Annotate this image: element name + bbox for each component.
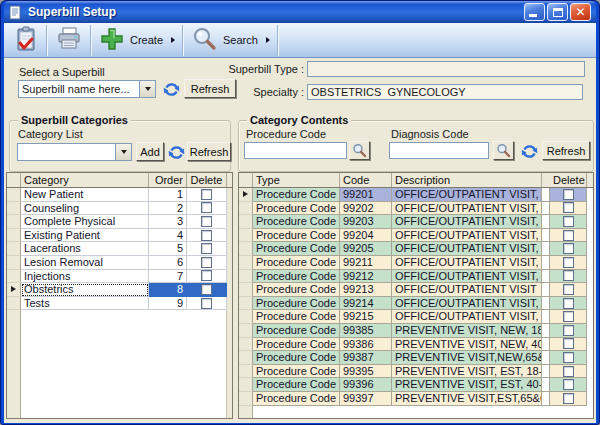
superbill-type-field[interactable] [307, 61, 585, 77]
table-row[interactable]: Procedure Code99213OFFICE/OUTPATIENT VIS… [239, 283, 593, 297]
category-cell[interactable]: Existing Patient [21, 229, 149, 243]
search-button[interactable]: Search [185, 25, 276, 56]
order-cell[interactable]: 7 [149, 270, 187, 284]
row-selector[interactable] [239, 351, 253, 365]
delete-checkbox[interactable] [563, 189, 574, 200]
delete-checkbox[interactable] [201, 257, 212, 268]
description-cell[interactable]: PREVENTIVE VISIT, NEW, 40-64 [392, 338, 542, 352]
delete-checkbox[interactable] [563, 311, 574, 322]
description-cell[interactable]: PREVENTIVE VISIT,NEW,65&OVER [392, 351, 542, 365]
code-cell[interactable]: 99387 [340, 351, 392, 365]
table-row[interactable]: Procedure Code99205OFFICE/OUTPATIENT VIS… [239, 242, 593, 256]
description-cell[interactable]: OFFICE/OUTPATIENT VISIT, NEW [392, 202, 542, 216]
row-selector[interactable] [7, 270, 21, 284]
type-cell[interactable]: Procedure Code [253, 202, 340, 216]
delete-checkbox[interactable] [563, 202, 574, 213]
row-selector[interactable] [239, 242, 253, 256]
order-cell[interactable]: 4 [149, 229, 187, 243]
specialty-field[interactable]: OBSTETRICS GYNECOLOGY [307, 84, 583, 100]
table-row[interactable]: Procedure Code99214OFFICE/OUTPATIENT VIS… [239, 297, 593, 311]
column-header[interactable]: Category [21, 173, 149, 187]
type-cell[interactable]: Procedure Code [253, 215, 340, 229]
description-cell[interactable]: OFFICE/OUTPATIENT VISIT, EST [392, 270, 542, 284]
delete-checkbox[interactable] [563, 216, 574, 227]
column-header[interactable] [542, 173, 550, 187]
description-cell[interactable]: PREVENTIVE VISIT, EST, 40-64 [392, 378, 542, 392]
row-selector[interactable] [7, 202, 21, 216]
row-selector[interactable] [239, 256, 253, 270]
type-cell[interactable]: Procedure Code [253, 256, 340, 270]
order-cell[interactable]: 8 [149, 283, 187, 297]
categories-refresh-button[interactable]: Refresh [187, 142, 231, 161]
row-selector[interactable] [239, 297, 253, 311]
column-header[interactable]: Description [392, 173, 542, 187]
refresh-arrows-icon[interactable] [162, 80, 180, 98]
delete-checkbox[interactable] [563, 366, 574, 377]
search-dropdown-arrow-icon[interactable] [266, 37, 270, 43]
code-cell[interactable]: 99202 [340, 202, 392, 216]
print-button[interactable] [49, 25, 89, 56]
table-row[interactable]: Procedure Code99387PREVENTIVE VISIT,NEW,… [239, 351, 593, 365]
code-cell[interactable]: 99211 [340, 256, 392, 270]
row-selector[interactable] [7, 283, 21, 297]
delete-checkbox[interactable] [563, 257, 574, 268]
row-selector[interactable] [239, 378, 253, 392]
delete-checkbox[interactable] [201, 284, 212, 295]
description-cell[interactable]: OFFICE/OUTPATIENT VISIT, EST [392, 297, 542, 311]
type-cell[interactable]: Procedure Code [253, 297, 340, 311]
table-row[interactable]: Complete Physical3 [7, 215, 232, 229]
save-superbill-button[interactable] [7, 25, 45, 56]
code-cell[interactable]: 99395 [340, 365, 392, 379]
row-selector[interactable] [239, 324, 253, 338]
column-header[interactable]: Delete [187, 173, 227, 187]
table-row[interactable]: Procedure Code99395PREVENTIVE VISIT, EST… [239, 365, 593, 379]
column-header[interactable]: Order [149, 173, 187, 187]
table-row[interactable]: Procedure Code99211OFFICE/OUTPATIENT VIS… [239, 256, 593, 270]
order-cell[interactable]: 5 [149, 242, 187, 256]
type-cell[interactable]: Procedure Code [253, 338, 340, 352]
description-cell[interactable]: PREVENTIVE VISIT,EST,65&OVER [392, 392, 542, 406]
delete-checkbox[interactable] [201, 202, 212, 213]
category-cell[interactable]: Injections [21, 270, 149, 284]
delete-checkbox[interactable] [201, 216, 212, 227]
refresh-arrows-icon[interactable] [520, 142, 538, 160]
refresh-arrows-icon[interactable] [167, 143, 185, 161]
type-cell[interactable]: Procedure Code [253, 392, 340, 406]
diagnosis-search-button[interactable] [493, 141, 514, 160]
type-cell[interactable]: Procedure Code [253, 242, 340, 256]
table-row[interactable]: Obstetrics8 [7, 283, 232, 297]
order-cell[interactable]: 9 [149, 297, 187, 311]
column-header[interactable]: Delete [550, 173, 587, 187]
row-selector[interactable] [7, 229, 21, 243]
description-cell[interactable]: OFFICE/OUTPATIENT VISIT, EST [392, 310, 542, 324]
code-cell[interactable]: 99213 [340, 283, 392, 297]
row-selector[interactable] [239, 229, 253, 243]
table-row[interactable]: Injections7 [7, 270, 232, 284]
table-row[interactable]: Tests9 [7, 297, 232, 311]
row-selector[interactable] [7, 297, 21, 311]
delete-checkbox[interactable] [563, 379, 574, 390]
delete-checkbox[interactable] [563, 338, 574, 349]
table-row[interactable]: Procedure Code99386PREVENTIVE VISIT, NEW… [239, 338, 593, 352]
delete-checkbox[interactable] [563, 393, 574, 404]
code-cell[interactable]: 99203 [340, 215, 392, 229]
category-cell[interactable]: Counseling [21, 202, 149, 216]
delete-checkbox[interactable] [563, 352, 574, 363]
delete-checkbox[interactable] [563, 325, 574, 336]
row-selector[interactable] [239, 310, 253, 324]
create-button[interactable]: Create [93, 25, 181, 56]
table-row[interactable]: Procedure Code99215OFFICE/OUTPATIENT VIS… [239, 310, 593, 324]
table-row[interactable]: Procedure Code99202OFFICE/OUTPATIENT VIS… [239, 202, 593, 216]
row-selector[interactable] [239, 338, 253, 352]
category-cell[interactable]: New Patient [21, 188, 149, 202]
row-selector[interactable] [239, 283, 253, 297]
description-cell[interactable]: OFFICE/OUTPATIENT VISIT [392, 283, 542, 297]
add-category-button[interactable]: Add [136, 142, 164, 161]
description-cell[interactable]: OFFICE/OUTPATIENT VISIT, NEW [392, 242, 542, 256]
table-row[interactable]: Counseling2 [7, 202, 232, 216]
procedure-code-input[interactable] [244, 142, 347, 159]
delete-checkbox[interactable] [201, 230, 212, 241]
table-row[interactable]: Procedure Code99212OFFICE/OUTPATIENT VIS… [239, 270, 593, 284]
column-header[interactable]: Code [340, 173, 392, 187]
delete-checkbox[interactable] [201, 243, 212, 254]
